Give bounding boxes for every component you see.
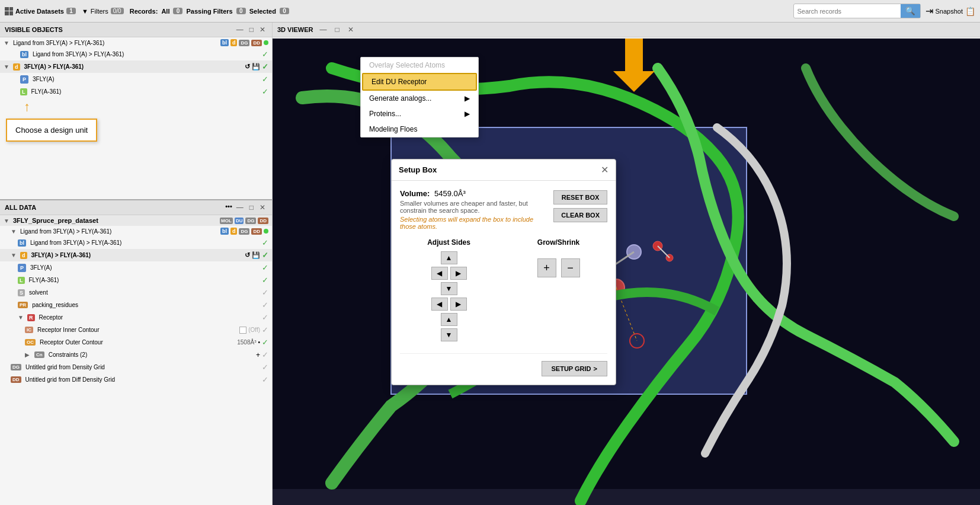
ad-row-12[interactable]: DD Untitled grid from Diff Density Grid … <box>0 373 272 386</box>
ad-row-0[interactable]: ▼ Ligand from 3FLY(A) > FLY(A-361) bl d … <box>0 226 272 236</box>
annotation-box: Choose a design unit <box>6 119 97 142</box>
ad-row-10[interactable]: ▶ Cn Constraints (2) + ✓ <box>0 349 272 361</box>
viewer-header: 3D VIEWER — □ ✕ <box>273 23 980 37</box>
setup-grid-row: SETUP GRID > <box>400 353 607 376</box>
adjust-left-btn[interactable]: ◀ <box>431 267 448 280</box>
undo-icon-2[interactable]: ↺ <box>245 63 250 71</box>
badge-dd-0: DD <box>251 40 262 46</box>
menu-edit-du-receptor[interactable]: Edit DU Receptor <box>362 73 477 91</box>
badge-l-4: L <box>20 88 27 95</box>
reset-box-button[interactable]: RESET BOX <box>553 190 607 204</box>
ad-row-9[interactable]: OC Receptor Outer Contour 1508Å³ • ✓ <box>0 336 272 349</box>
setup-grid-button[interactable]: SETUP GRID > <box>542 361 607 376</box>
clear-box-button[interactable]: CLEAR BOX <box>553 208 607 222</box>
ad-row-8[interactable]: IC Receptor Inner Contour (Off) ✓ <box>0 324 272 336</box>
volume-subtitle: Smaller volumes are cheaper and faster, … <box>400 200 546 214</box>
check-2: ✓ <box>262 62 268 71</box>
snapshot-button[interactable]: ⇥ Snapshot 📋 <box>925 5 975 17</box>
filters-btn[interactable]: ▼ Filters 0/0 <box>82 8 124 15</box>
selected-label: Selected <box>249 8 276 15</box>
annotation-area: ↓ Choose a design unit <box>0 98 272 169</box>
save-icon-ad2[interactable]: 💾 <box>252 251 260 259</box>
grow-controls: + − <box>510 258 607 277</box>
vo-row-1[interactable]: bl Ligand from 3FLY(A) > FLY(A-361) ✓ <box>0 48 272 60</box>
visible-objects-actions: — □ ✕ <box>235 25 267 34</box>
vo-row-4[interactable]: L FLY(A-361) ✓ <box>0 85 272 98</box>
visible-objects-minimize[interactable]: — <box>235 25 245 34</box>
ad-row-11[interactable]: DG Untitled grid from Density Grid ✓ <box>0 361 272 373</box>
adjust-right-btn[interactable]: ▶ <box>450 267 467 280</box>
adjust-sides-section: Adjust Sides ▲ ◀ ▶ ▼ ◀ ▶ <box>400 238 498 341</box>
menu-proteins[interactable]: Proteins... ▶ <box>361 106 478 122</box>
annotation-text: Choose a design unit <box>15 126 88 135</box>
grid-icon <box>5 7 13 15</box>
all-data-minimize[interactable]: — <box>235 203 245 212</box>
undo-icon-ad2[interactable]: ↺ <box>245 251 250 259</box>
filters-label: Filters <box>91 8 108 15</box>
adjust-left2-btn[interactable]: ◀ <box>431 298 448 311</box>
all-data-close[interactable]: ✕ <box>258 203 267 212</box>
volume-hint: Selecting atoms will expand the box to i… <box>400 216 546 230</box>
submenu-arrow-2: ▶ <box>465 110 470 118</box>
adjust-down-btn[interactable]: ▼ <box>441 282 457 295</box>
search-input[interactable] <box>794 6 901 17</box>
ad-row-5[interactable]: S solvent ✓ <box>0 286 272 299</box>
active-datasets[interactable]: Active Datasets 1 <box>5 7 76 15</box>
search-button[interactable]: 🔍 <box>901 4 920 18</box>
ad-row-3[interactable]: P 3FLY(A) ✓ <box>0 261 272 274</box>
menu-modeling-floes[interactable]: Modeling Floes <box>361 122 478 137</box>
dataset-root[interactable]: ▼ 3FLY_Spruce_prep_dataset MOL DU DG DD <box>0 215 272 226</box>
vo-row-3[interactable]: P 3FLY(A) ✓ <box>0 73 272 85</box>
viewer-expand[interactable]: □ <box>334 25 341 34</box>
all-label: All <box>161 8 169 15</box>
visible-objects-expand[interactable]: □ <box>248 25 255 34</box>
badge-dg-0: DG <box>239 40 249 46</box>
adjust-grow-row: Adjust Sides ▲ ◀ ▶ ▼ ◀ ▶ <box>400 238 607 341</box>
adjust-right2-btn[interactable]: ▶ <box>450 298 467 311</box>
ad-row-6[interactable]: PR packing_residues ✓ <box>0 299 272 311</box>
badge-bl-1: bl <box>20 51 28 58</box>
check-3: ✓ <box>262 75 268 84</box>
volume-right: RESET BOX CLEAR BOX <box>553 189 607 230</box>
submenu-arrow-1: ▶ <box>465 94 470 103</box>
passing-filters-count: 0 <box>236 8 246 14</box>
save-icon-2[interactable]: 💾 <box>252 63 260 71</box>
ad-row-7[interactable]: ▼ R Receptor ✓ <box>0 311 272 324</box>
records-section: Records: All 0 Passing Filters 0 Selecte… <box>130 8 289 15</box>
dialog-close-button[interactable]: ✕ <box>601 164 609 175</box>
grow-btn[interactable]: + <box>537 258 556 277</box>
viewer-close[interactable]: ✕ <box>346 25 356 34</box>
adjust-up2-btn[interactable]: ▲ <box>441 313 457 326</box>
top-bar-right: 🔍 ⇥ Snapshot 📋 <box>793 4 975 18</box>
visible-objects-close[interactable]: ✕ <box>258 25 267 34</box>
vo-row-0[interactable]: ▼ Ligand from 3FLY(A) > FLY(A-361) bl d … <box>0 37 272 48</box>
shrink-btn[interactable]: − <box>561 258 580 277</box>
du-icon: DU <box>235 218 244 224</box>
menu-generate-analogs[interactable]: Generate analogs... ▶ <box>361 91 478 106</box>
viewer-minimize[interactable]: — <box>318 25 329 34</box>
overlay-atoms-label: Overlay Selected Atoms <box>369 61 445 69</box>
vo-row-2[interactable]: ▼ d 3FLY(A) > FLY(A-361) ↺ 💾 ✓ <box>0 60 272 73</box>
checkbox-ic[interactable] <box>239 327 246 334</box>
generate-analogs-label: Generate analogs... <box>369 94 431 103</box>
volume-left: Volume: 5459.0Å³ Smaller volumes are che… <box>400 189 546 230</box>
adjust-down2-btn[interactable]: ▼ <box>441 328 457 341</box>
dialog-header: Setup Box ✕ <box>392 159 616 181</box>
visible-objects-panel: VISIBLE OBJECTS — □ ✕ ▼ Ligand from 3FLY… <box>0 23 272 200</box>
ad-row-4[interactable]: L FLY(A-361) ✓ <box>0 274 272 286</box>
edit-du-label: Edit DU Receptor <box>371 78 427 86</box>
horiz-row-2: ◀ ▶ <box>431 298 467 311</box>
proteins-label: Proteins... <box>369 110 401 118</box>
volume-value: 5459.0Å³ <box>434 189 466 198</box>
search-box[interactable]: 🔍 <box>793 4 921 18</box>
adjust-up-btn[interactable]: ▲ <box>441 251 457 264</box>
ad-row-1[interactable]: bl Ligand from 3FLY(A) > FLY(A-361) ✓ <box>0 236 272 249</box>
ad-row-2[interactable]: ▼ d 3FLY(A) > FLY(A-361) ↺ 💾 ✓ <box>0 249 272 261</box>
all-data-actions: ••• — □ ✕ <box>225 203 267 212</box>
ellipsis-icon[interactable]: ••• <box>225 203 232 212</box>
all-data-expand[interactable]: □ <box>248 203 255 212</box>
status-dot-0 <box>264 40 268 45</box>
add-constraint-icon[interactable]: + <box>256 351 260 359</box>
snapshot-icon: ⇥ <box>925 5 933 17</box>
filters-count: 0/0 <box>111 8 124 14</box>
